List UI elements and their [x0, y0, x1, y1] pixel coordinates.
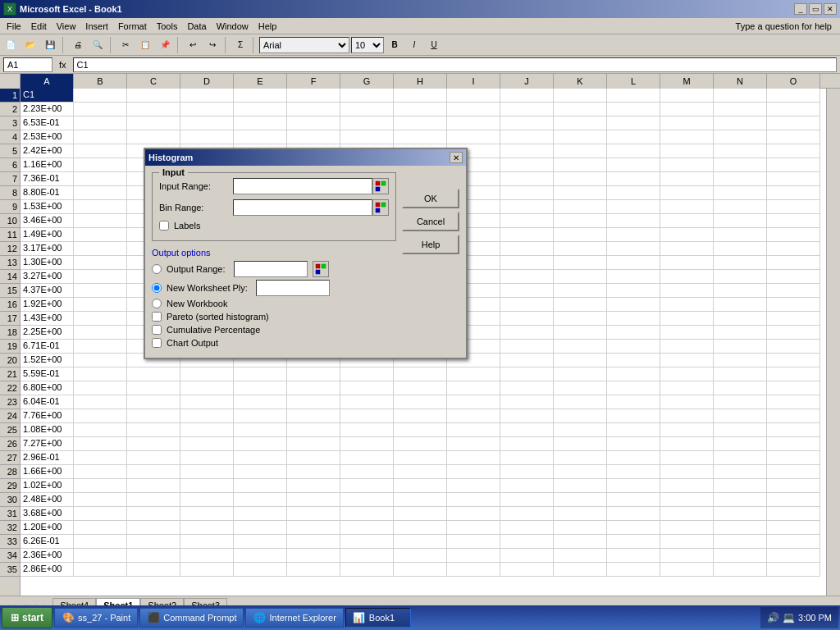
- cell-a11[interactable]: 1.49E+00: [21, 228, 74, 242]
- cell-m31[interactable]: [660, 507, 714, 521]
- cell-a5[interactable]: 2.42E+00: [21, 144, 74, 158]
- cell-j5[interactable]: [500, 144, 554, 158]
- cell-i33[interactable]: [447, 535, 500, 549]
- cell-l16[interactable]: [607, 298, 660, 312]
- cell-m30[interactable]: [660, 493, 714, 507]
- cell-m26[interactable]: [660, 437, 714, 451]
- col-header-f[interactable]: F: [287, 74, 340, 89]
- cell-d25[interactable]: [180, 423, 234, 437]
- cell-m15[interactable]: [660, 284, 714, 298]
- cell-l7[interactable]: [607, 172, 660, 186]
- cell-d28[interactable]: [180, 465, 234, 479]
- cell-l21[interactable]: [607, 368, 660, 381]
- cell-k13[interactable]: [554, 256, 607, 270]
- cell-n32[interactable]: [714, 521, 767, 535]
- cell-m16[interactable]: [660, 298, 714, 312]
- col-header-d[interactable]: D: [180, 74, 234, 89]
- cell-c3[interactable]: [127, 116, 180, 130]
- cell-f32[interactable]: [287, 521, 340, 535]
- cell-n7[interactable]: [714, 172, 767, 186]
- cell-k30[interactable]: [554, 493, 607, 507]
- cell-i26[interactable]: [447, 437, 500, 451]
- col-header-k[interactable]: K: [554, 74, 607, 89]
- cell-j25[interactable]: [500, 423, 554, 437]
- input-range-field[interactable]: [233, 178, 372, 194]
- cell-e4[interactable]: [234, 130, 287, 144]
- cell-n12[interactable]: [714, 242, 767, 256]
- cell-k33[interactable]: [554, 535, 607, 549]
- menu-format[interactable]: Format: [113, 20, 152, 33]
- cell-f2[interactable]: [287, 103, 340, 116]
- cell-n19[interactable]: [714, 340, 767, 354]
- cell-f30[interactable]: [287, 493, 340, 507]
- cell-j11[interactable]: [500, 228, 554, 242]
- cell-j18[interactable]: [500, 326, 554, 340]
- cell-b3[interactable]: [74, 116, 127, 130]
- cell-o14[interactable]: [767, 270, 820, 284]
- col-header-i[interactable]: I: [447, 74, 500, 89]
- cell-b1[interactable]: [74, 89, 127, 103]
- cell-o2[interactable]: [767, 103, 820, 116]
- cell-n5[interactable]: [714, 144, 767, 158]
- cell-j8[interactable]: [500, 186, 554, 200]
- cell-b28[interactable]: [74, 465, 127, 479]
- cell-g35[interactable]: [340, 563, 394, 577]
- cell-i22[interactable]: [447, 381, 500, 395]
- cell-b32[interactable]: [74, 521, 127, 535]
- cell-o12[interactable]: [767, 242, 820, 256]
- cell-m6[interactable]: [660, 158, 714, 172]
- cell-n21[interactable]: [714, 368, 767, 381]
- col-header-h[interactable]: H: [394, 74, 447, 89]
- cell-d30[interactable]: [180, 493, 234, 507]
- cell-l18[interactable]: [607, 326, 660, 340]
- cell-d21[interactable]: [180, 368, 234, 381]
- cell-i21[interactable]: [447, 368, 500, 381]
- cell-o35[interactable]: [767, 563, 820, 577]
- cell-o7[interactable]: [767, 172, 820, 186]
- cell-j10[interactable]: [500, 214, 554, 228]
- cell-l25[interactable]: [607, 423, 660, 437]
- cell-a8[interactable]: 8.80E-01: [21, 186, 74, 200]
- cell-b15[interactable]: [74, 284, 127, 298]
- cell-b35[interactable]: [74, 563, 127, 577]
- cell-m3[interactable]: [660, 116, 714, 130]
- cell-a9[interactable]: 1.53E+00: [21, 200, 74, 214]
- cell-k4[interactable]: [554, 130, 607, 144]
- cell-i30[interactable]: [447, 493, 500, 507]
- cell-a13[interactable]: 1.30E+00: [21, 256, 74, 270]
- cell-j1[interactable]: [500, 89, 554, 103]
- cell-j32[interactable]: [500, 521, 554, 535]
- cell-b18[interactable]: [74, 326, 127, 340]
- bold-button[interactable]: B: [386, 36, 404, 54]
- cell-k5[interactable]: [554, 144, 607, 158]
- bin-range-field[interactable]: [233, 199, 372, 216]
- cell-f35[interactable]: [287, 563, 340, 577]
- cell-c21[interactable]: [127, 368, 180, 381]
- undo-button[interactable]: ↩: [184, 36, 202, 54]
- cell-e33[interactable]: [234, 535, 287, 549]
- cell-n4[interactable]: [714, 130, 767, 144]
- cell-j17[interactable]: [500, 312, 554, 326]
- cell-e32[interactable]: [234, 521, 287, 535]
- menu-insert[interactable]: Insert: [80, 20, 113, 33]
- input-range-button[interactable]: [372, 178, 389, 194]
- cell-f23[interactable]: [287, 395, 340, 409]
- output-range-field[interactable]: [234, 261, 308, 277]
- cell-l29[interactable]: [607, 479, 660, 493]
- cell-j7[interactable]: [500, 172, 554, 186]
- labels-checkbox[interactable]: [159, 221, 169, 231]
- cell-g25[interactable]: [340, 423, 394, 437]
- cell-h22[interactable]: [394, 381, 447, 395]
- cell-o34[interactable]: [767, 549, 820, 563]
- cell-c2[interactable]: [127, 103, 180, 116]
- cell-e23[interactable]: [234, 395, 287, 409]
- cell-f27[interactable]: [287, 451, 340, 465]
- cell-a17[interactable]: 1.43E+00: [21, 312, 74, 326]
- cell-b29[interactable]: [74, 479, 127, 493]
- menu-window[interactable]: Window: [212, 20, 253, 33]
- menu-view[interactable]: View: [52, 20, 81, 33]
- cell-g29[interactable]: [340, 479, 394, 493]
- col-header-g[interactable]: G: [340, 74, 394, 89]
- cell-j12[interactable]: [500, 242, 554, 256]
- cell-e3[interactable]: [234, 116, 287, 130]
